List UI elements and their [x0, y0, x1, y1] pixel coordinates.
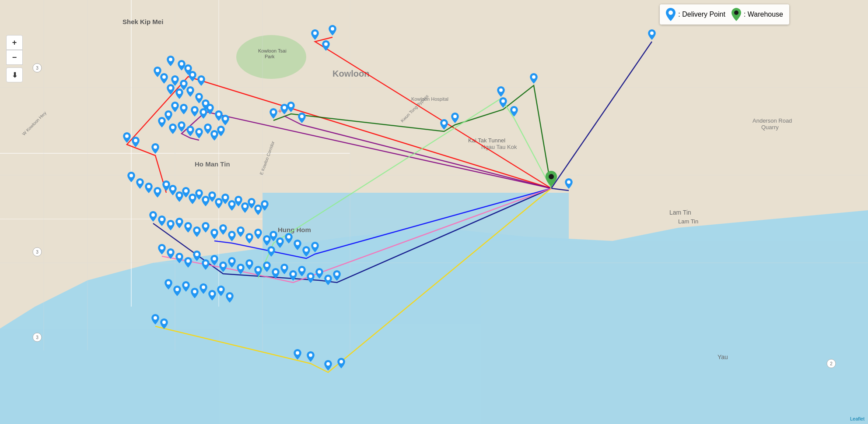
delivery-pin[interactable]	[263, 261, 271, 274]
delivery-pin[interactable]	[182, 281, 190, 293]
delivery-pin[interactable]	[160, 73, 168, 85]
delivery-pin[interactable]	[311, 29, 319, 42]
delivery-pin[interactable]	[337, 358, 345, 370]
delivery-pin[interactable]	[151, 143, 159, 155]
delivery-pin[interactable]	[175, 88, 183, 101]
delivery-pin[interactable]	[193, 251, 201, 263]
delivery-pin[interactable]	[322, 40, 330, 53]
delivery-pin[interactable]	[167, 84, 175, 96]
delivery-pin[interactable]	[254, 266, 262, 278]
svg-point-108	[243, 205, 247, 208]
delivery-pin[interactable]	[267, 246, 275, 258]
delivery-pin[interactable]	[307, 272, 315, 285]
delivery-pin[interactable]	[167, 220, 175, 232]
delivery-pin[interactable]	[197, 75, 205, 88]
delivery-pin[interactable]	[132, 137, 140, 149]
delivery-pin[interactable]	[178, 121, 186, 134]
delivery-pin[interactable]	[175, 253, 183, 265]
delivery-pin[interactable]	[184, 257, 192, 269]
delivery-pin[interactable]	[245, 259, 253, 272]
delivery-pin[interactable]	[136, 178, 144, 191]
delivery-pin[interactable]	[184, 222, 192, 234]
delivery-pin[interactable]	[228, 231, 236, 243]
delivery-pin[interactable]	[123, 132, 131, 145]
delivery-pin[interactable]	[202, 222, 210, 234]
delivery-pin[interactable]	[158, 216, 166, 228]
delivery-pin[interactable]	[294, 349, 301, 361]
delivery-pin[interactable]	[254, 229, 262, 241]
delivery-pin[interactable]	[285, 233, 293, 245]
delivery-pin[interactable]	[270, 108, 277, 120]
delivery-pin[interactable]	[324, 360, 332, 372]
delivery-pin[interactable]	[497, 86, 505, 99]
delivery-pin[interactable]	[206, 104, 214, 116]
svg-text:Hung Hom: Hung Hom	[278, 226, 311, 233]
delivery-pin[interactable]	[149, 211, 157, 223]
delivery-pin[interactable]	[237, 264, 245, 276]
delivery-pin[interactable]	[221, 115, 229, 127]
download-button[interactable]: ⬇	[6, 67, 23, 82]
delivery-pin[interactable]	[145, 183, 153, 195]
zoom-in-button[interactable]: +	[6, 35, 23, 50]
delivery-pin[interactable]	[208, 290, 216, 302]
delivery-pin[interactable]	[333, 270, 341, 283]
delivery-pin[interactable]	[167, 56, 175, 68]
delivery-pin[interactable]	[127, 172, 135, 184]
delivery-pin[interactable]	[193, 226, 201, 239]
delivery-pin[interactable]	[272, 268, 280, 280]
delivery-pin[interactable]	[315, 268, 323, 280]
warehouse-pin[interactable]	[545, 171, 557, 188]
delivery-pin[interactable]	[228, 257, 236, 269]
delivery-pin[interactable]	[169, 124, 177, 136]
delivery-pin[interactable]	[175, 218, 183, 230]
delivery-pin[interactable]	[186, 86, 194, 99]
delivery-pin[interactable]	[510, 106, 518, 118]
delivery-pin[interactable]	[219, 261, 227, 274]
delivery-pin[interactable]	[191, 288, 199, 300]
delivery-pin[interactable]	[298, 266, 306, 278]
delivery-pin[interactable]	[499, 97, 507, 110]
delivery-pin[interactable]	[440, 119, 448, 131]
delivery-pin[interactable]	[226, 292, 234, 304]
delivery-pin[interactable]	[289, 270, 297, 283]
delivery-pin[interactable]	[189, 71, 196, 83]
delivery-pin[interactable]	[167, 248, 175, 261]
delivery-pin[interactable]	[202, 259, 210, 272]
delivery-pin[interactable]	[245, 233, 253, 245]
delivery-pin[interactable]	[276, 237, 284, 250]
delivery-pin[interactable]	[324, 275, 332, 287]
delivery-pin[interactable]	[530, 73, 538, 85]
delivery-pin[interactable]	[451, 113, 459, 125]
delivery-pin[interactable]	[210, 255, 218, 267]
delivery-pin[interactable]	[298, 113, 306, 125]
delivery-pin[interactable]	[164, 279, 172, 291]
delivery-pin[interactable]	[648, 29, 656, 42]
delivery-pin[interactable]	[200, 283, 207, 296]
delivery-pin[interactable]	[237, 226, 245, 239]
delivery-pin[interactable]	[160, 318, 168, 331]
delivery-pin[interactable]	[158, 117, 166, 129]
delivery-pin[interactable]	[158, 244, 166, 256]
delivery-pin[interactable]	[154, 187, 161, 199]
zoom-out-button[interactable]: −	[6, 50, 23, 65]
delivery-pin[interactable]	[307, 351, 315, 364]
delivery-pin[interactable]	[210, 229, 218, 241]
delivery-pin[interactable]	[287, 102, 295, 114]
delivery-pin[interactable]	[191, 106, 199, 118]
delivery-pin[interactable]	[173, 286, 181, 298]
delivery-pin[interactable]	[219, 224, 227, 237]
delivery-pin[interactable]	[311, 242, 319, 254]
delivery-pin[interactable]	[302, 246, 310, 258]
delivery-pin[interactable]	[565, 178, 573, 191]
delivery-pin[interactable]	[180, 104, 188, 116]
delivery-pin[interactable]	[261, 200, 269, 212]
delivery-pin[interactable]	[329, 25, 336, 37]
delivery-pin[interactable]	[217, 126, 225, 138]
delivery-pin[interactable]	[186, 126, 194, 138]
delivery-pin[interactable]	[294, 240, 301, 252]
delivery-pin[interactable]	[195, 128, 203, 140]
leaflet-link[interactable]: Leaflet	[850, 416, 864, 421]
delivery-pin[interactable]	[217, 286, 225, 298]
delivery-pin[interactable]	[151, 314, 159, 326]
delivery-pin[interactable]	[280, 264, 288, 276]
